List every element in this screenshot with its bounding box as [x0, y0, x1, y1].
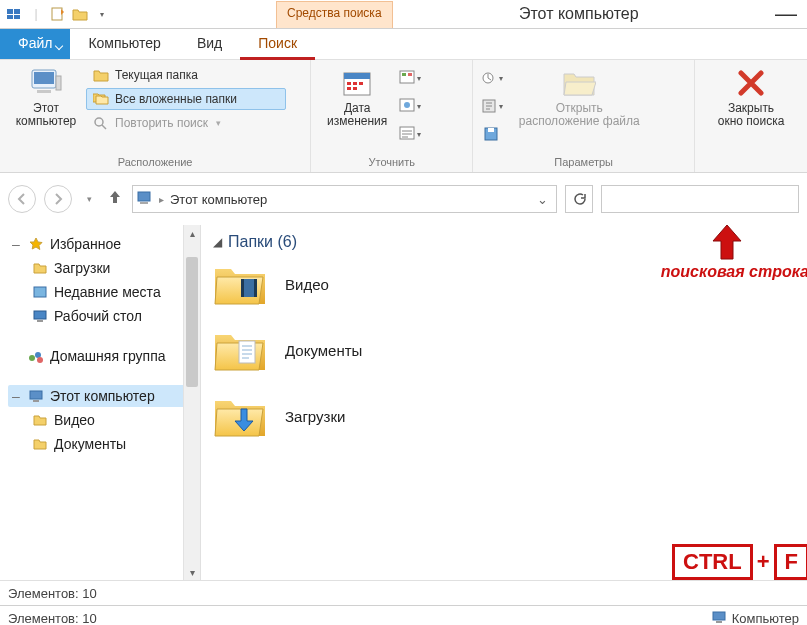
scroll-down-icon[interactable]: ▾: [184, 564, 200, 580]
svg-point-21: [404, 102, 410, 108]
tree-desktop-label: Рабочий стол: [54, 308, 142, 324]
group-label-location: Расположение: [6, 154, 304, 172]
breadcrumb-pc-icon: [137, 191, 153, 208]
size-icon: [399, 98, 417, 114]
forward-button[interactable]: [44, 185, 72, 213]
new-folder-icon[interactable]: [72, 6, 88, 22]
advanced-options-button[interactable]: ▾: [479, 94, 505, 118]
address-bar[interactable]: ▸ Этот компьютер ⌄: [132, 185, 557, 213]
computer-icon: [29, 66, 63, 100]
back-button[interactable]: [8, 185, 36, 213]
advanced-icon: [481, 98, 499, 114]
arrow-right-icon: [51, 192, 65, 206]
collapse-icon[interactable]: –: [12, 388, 22, 404]
size-button[interactable]: ▾: [397, 94, 423, 118]
folder-icon: [93, 67, 109, 83]
save-search-button[interactable]: [479, 122, 505, 146]
ribbon-tabs: Файл Компьютер Вид Поиск: [0, 29, 807, 60]
window-icon: [6, 6, 22, 22]
svg-rect-19: [408, 73, 412, 76]
current-folder-button[interactable]: Текущая папка: [86, 64, 286, 86]
close-icon: [734, 66, 768, 100]
kind-button[interactable]: ▾: [397, 66, 423, 90]
svg-rect-15: [347, 87, 351, 90]
history-dropdown[interactable]: ▾: [80, 186, 98, 212]
tab-search[interactable]: Поиск: [240, 29, 315, 59]
search-again-label: Повторить поиск: [115, 116, 208, 130]
svg-rect-30: [34, 311, 46, 319]
video-folder-icon: [213, 261, 267, 307]
minimize-button[interactable]: —: [765, 1, 807, 27]
key-ctrl: CTRL: [672, 544, 753, 580]
svg-rect-13: [353, 82, 357, 85]
svg-rect-35: [30, 391, 42, 399]
close-search-button[interactable]: Закрыть окно поиска: [701, 62, 801, 166]
folder-docs-icon: [32, 436, 48, 452]
svg-point-34: [37, 357, 43, 363]
dropdown-icon: ▾: [216, 118, 221, 128]
navigation-bar: ▾ ▸ Этот компьютер ⌄: [0, 173, 807, 225]
ribbon-group-close: Закрыть окно поиска: [695, 60, 807, 172]
scroll-up-icon[interactable]: ▴: [184, 225, 200, 241]
refresh-button[interactable]: [565, 185, 593, 213]
qat-separator: |: [28, 6, 44, 22]
date-modified-button[interactable]: Дата изменения: [317, 62, 397, 154]
status-bar-outer: Элементов: 10 Компьютер: [0, 605, 807, 625]
folders-stack-icon: [93, 91, 109, 107]
all-subfolders-button[interactable]: Все вложенные папки: [86, 88, 286, 110]
current-folder-label: Текущая папка: [115, 68, 198, 82]
folder-video-icon: [32, 412, 48, 428]
star-icon: [28, 236, 44, 252]
svg-rect-2: [7, 15, 13, 19]
tab-file[interactable]: Файл: [0, 29, 70, 59]
tree-homegroup[interactable]: – Домашняя группа: [8, 345, 192, 367]
search-input[interactable]: [601, 185, 799, 213]
documents-folder-icon: [213, 327, 267, 373]
tree-desktop[interactable]: Рабочий стол: [8, 305, 192, 327]
folder-item-label: Загрузки: [285, 408, 345, 425]
calendar-icon: [340, 66, 374, 100]
folder-item-documents[interactable]: Документы: [213, 327, 795, 373]
content-pane: ◢ Папки (6) Видео Документы Загрузки пои…: [201, 225, 807, 580]
other-props-button[interactable]: ▾: [397, 122, 423, 146]
ribbon: Этот компьютер Текущая папка Все вложенн…: [0, 60, 807, 173]
tree-documents-label: Документы: [54, 436, 126, 452]
folders-section-header[interactable]: ◢ Папки (6): [213, 233, 795, 251]
computer-status-icon: [712, 611, 726, 626]
status-bar-inner: Элементов: 10: [0, 580, 807, 605]
properties-icon[interactable]: [50, 6, 66, 22]
this-pc-button[interactable]: Этот компьютер: [6, 62, 86, 154]
search-again-button[interactable]: Повторить поиск ▾: [86, 112, 286, 134]
tab-computer[interactable]: Компьютер: [70, 29, 178, 59]
tree-this-pc[interactable]: – Этот компьютер: [8, 385, 192, 407]
tab-view[interactable]: Вид: [179, 29, 240, 59]
sidebar-scrollbar[interactable]: ▴ ▾: [183, 225, 200, 580]
folder-item-label: Документы: [285, 342, 362, 359]
desktop-icon: [32, 308, 48, 324]
folder-item-downloads[interactable]: Загрузки: [213, 393, 795, 439]
scroll-thumb[interactable]: [186, 257, 198, 387]
svg-point-32: [29, 355, 35, 361]
refresh-icon: [572, 192, 586, 206]
qat-dropdown-icon[interactable]: ▾: [94, 6, 110, 22]
svg-rect-26: [488, 128, 494, 132]
svg-rect-6: [34, 72, 54, 84]
up-button[interactable]: [106, 189, 124, 210]
breadcrumb-dropdown-icon[interactable]: ⌄: [533, 192, 552, 207]
tree-favorites[interactable]: – Избранное: [8, 233, 192, 255]
svg-rect-18: [402, 73, 406, 76]
tree-videos-label: Видео: [54, 412, 95, 428]
title-bar: | ▾ Средства поиска Этот компьютер —: [0, 0, 807, 29]
tree-downloads[interactable]: Загрузки: [8, 257, 192, 279]
tree-documents[interactable]: Документы: [8, 433, 192, 455]
folder-item-videos[interactable]: Видео: [213, 261, 795, 307]
svg-rect-42: [716, 621, 722, 623]
tree-videos[interactable]: Видео: [8, 409, 192, 431]
collapse-icon[interactable]: –: [12, 236, 22, 252]
svg-rect-27: [138, 192, 150, 201]
svg-rect-39: [254, 279, 257, 297]
downloads-folder-icon: [213, 393, 267, 439]
breadcrumb-sep-icon: ▸: [159, 194, 164, 205]
recent-searches-button[interactable]: ▾: [479, 66, 505, 90]
tree-recent[interactable]: Недавние места: [8, 281, 192, 303]
